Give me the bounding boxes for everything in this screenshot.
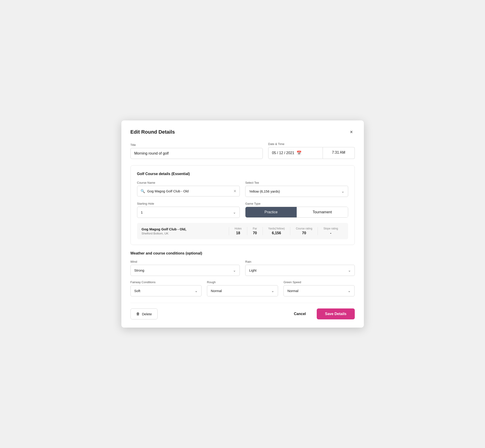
search-icon: 🔍 bbox=[140, 189, 145, 193]
modal-header: Edit Round Details × bbox=[130, 129, 355, 136]
starting-hole-field-group: Starting Hole 1 ⌄ bbox=[137, 202, 240, 218]
weather-section-title: Weather and course conditions (optional) bbox=[130, 251, 355, 256]
wind-field-group: Wind Strong ⌄ bbox=[130, 260, 240, 276]
clear-icon[interactable]: ✕ bbox=[233, 189, 236, 193]
time-input-box[interactable]: 7:31 AM bbox=[323, 147, 355, 159]
modal-footer: 🗑 Delete Cancel Save Details bbox=[130, 303, 355, 319]
chevron-down-icon-4: ⌄ bbox=[348, 268, 351, 272]
game-type-field-group: Game Type Practice Tournament bbox=[245, 202, 348, 218]
holes-label: Holes bbox=[234, 227, 242, 230]
modal-title: Edit Round Details bbox=[130, 129, 175, 135]
starting-hole-game-type-row: Starting Hole 1 ⌄ Game Type Practice Tou… bbox=[137, 202, 348, 218]
title-label: Title bbox=[130, 143, 263, 147]
fairway-value: Soft bbox=[134, 289, 140, 293]
course-name-input[interactable] bbox=[147, 189, 232, 193]
select-tee-label: Select Tee bbox=[245, 181, 348, 184]
course-location: Shelford Bottom, UK bbox=[142, 232, 229, 235]
date-value: 05 / 12 / 2021 bbox=[272, 151, 294, 155]
date-input-box[interactable]: 05 / 12 / 2021 📅 bbox=[268, 147, 323, 159]
close-button[interactable]: × bbox=[348, 129, 355, 136]
fairway-label: Fairway Conditions bbox=[130, 280, 202, 284]
slope-rating-value: - bbox=[330, 231, 331, 235]
trash-icon: 🗑 bbox=[136, 312, 140, 316]
holes-stat: Holes 18 bbox=[229, 227, 247, 235]
game-type-toggle: Practice Tournament bbox=[245, 207, 348, 218]
starting-hole-dropdown[interactable]: 1 ⌄ bbox=[137, 207, 240, 218]
rain-value: Light bbox=[249, 268, 257, 272]
par-value: 70 bbox=[253, 231, 257, 235]
wind-value: Strong bbox=[134, 268, 144, 272]
course-rating-label: Course rating bbox=[296, 227, 312, 230]
delete-label: Delete bbox=[142, 312, 152, 316]
calendar-icon: 📅 bbox=[297, 151, 301, 155]
wind-rain-row: Wind Strong ⌄ Rain Light ⌄ bbox=[130, 260, 355, 276]
chevron-down-icon-3: ⌄ bbox=[233, 268, 236, 272]
select-tee-value: Yellow (6,156 yards) bbox=[249, 189, 280, 193]
course-name-label: Course Name bbox=[137, 181, 240, 184]
par-stat: Par 70 bbox=[247, 227, 263, 235]
course-info-name: Gog Magog Golf Club - Old, Shelford Bott… bbox=[142, 227, 229, 235]
wind-dropdown[interactable]: Strong ⌄ bbox=[130, 265, 240, 276]
fairway-rough-green-row: Fairway Conditions Soft ⌄ Rough Normal ⌄… bbox=[130, 280, 355, 296]
chevron-down-icon-5: ⌄ bbox=[195, 289, 198, 293]
delete-button[interactable]: 🗑 Delete bbox=[130, 308, 158, 319]
title-input[interactable] bbox=[130, 148, 263, 159]
par-label: Par bbox=[253, 227, 257, 230]
select-tee-dropdown[interactable]: Yellow (6,156 yards) ⌄ bbox=[245, 186, 348, 197]
yards-value: 6,156 bbox=[272, 231, 281, 235]
slope-rating-label: Slope rating bbox=[323, 227, 338, 230]
green-speed-field-group: Green Speed Normal ⌄ bbox=[283, 280, 355, 296]
starting-hole-label: Starting Hole bbox=[137, 202, 240, 205]
datetime-field-group: Date & Time 05 / 12 / 2021 📅 7:31 AM bbox=[268, 142, 355, 159]
green-speed-dropdown[interactable]: Normal ⌄ bbox=[283, 285, 355, 296]
slope-rating-stat: Slope rating - bbox=[318, 227, 343, 235]
chevron-down-icon-6: ⌄ bbox=[271, 289, 274, 293]
edit-round-modal: Edit Round Details × Title Date & Time 0… bbox=[121, 120, 364, 328]
game-type-label: Game Type bbox=[245, 202, 348, 205]
datetime-row: 05 / 12 / 2021 📅 7:31 AM bbox=[268, 147, 355, 159]
time-value: 7:31 AM bbox=[332, 151, 345, 154]
wind-label: Wind bbox=[130, 260, 240, 263]
top-row: Title Date & Time 05 / 12 / 2021 📅 7:31 … bbox=[130, 142, 355, 159]
save-button[interactable]: Save Details bbox=[317, 308, 355, 319]
rain-label: Rain bbox=[245, 260, 355, 263]
cancel-button[interactable]: Cancel bbox=[289, 309, 310, 319]
green-speed-value: Normal bbox=[287, 289, 298, 293]
starting-hole-value: 1 bbox=[141, 210, 143, 214]
chevron-down-icon: ⌄ bbox=[341, 189, 344, 193]
yards-label: Yards(Yellow) bbox=[268, 227, 285, 230]
footer-right: Cancel Save Details bbox=[289, 308, 355, 319]
course-name-bold: Gog Magog Golf Club - Old, bbox=[142, 227, 229, 231]
rough-dropdown[interactable]: Normal ⌄ bbox=[207, 285, 278, 296]
rain-field-group: Rain Light ⌄ bbox=[245, 260, 355, 276]
title-field-group: Title bbox=[130, 143, 263, 159]
golf-course-section-title: Golf Course details (Essential) bbox=[137, 172, 348, 176]
practice-button[interactable]: Practice bbox=[245, 207, 297, 217]
chevron-down-icon-7: ⌄ bbox=[348, 289, 351, 293]
fairway-dropdown[interactable]: Soft ⌄ bbox=[130, 285, 202, 296]
course-name-field-group: Course Name 🔍 ✕ bbox=[137, 181, 240, 197]
golf-course-section: Golf Course details (Essential) Course N… bbox=[130, 165, 355, 245]
holes-value: 18 bbox=[236, 231, 240, 235]
rough-field-group: Rough Normal ⌄ bbox=[207, 280, 278, 296]
course-name-search-wrap: 🔍 ✕ bbox=[137, 186, 240, 196]
chevron-down-icon-2: ⌄ bbox=[233, 210, 236, 215]
course-rating-stat: Course rating 70 bbox=[290, 227, 318, 235]
course-rating-value: 70 bbox=[302, 231, 306, 235]
weather-section: Weather and course conditions (optional)… bbox=[130, 251, 355, 296]
select-tee-field-group: Select Tee Yellow (6,156 yards) ⌄ bbox=[245, 181, 348, 197]
course-name-tee-row: Course Name 🔍 ✕ Select Tee Yellow (6,156… bbox=[137, 181, 348, 197]
rain-dropdown[interactable]: Light ⌄ bbox=[245, 265, 355, 276]
course-info-row: Gog Magog Golf Club - Old, Shelford Bott… bbox=[137, 223, 348, 239]
fairway-field-group: Fairway Conditions Soft ⌄ bbox=[130, 280, 202, 296]
yards-stat: Yards(Yellow) 6,156 bbox=[263, 227, 290, 235]
rough-value: Normal bbox=[211, 289, 222, 293]
green-speed-label: Green Speed bbox=[283, 280, 355, 284]
datetime-label: Date & Time bbox=[268, 142, 355, 146]
tournament-button[interactable]: Tournament bbox=[297, 207, 348, 217]
rough-label: Rough bbox=[207, 280, 278, 284]
